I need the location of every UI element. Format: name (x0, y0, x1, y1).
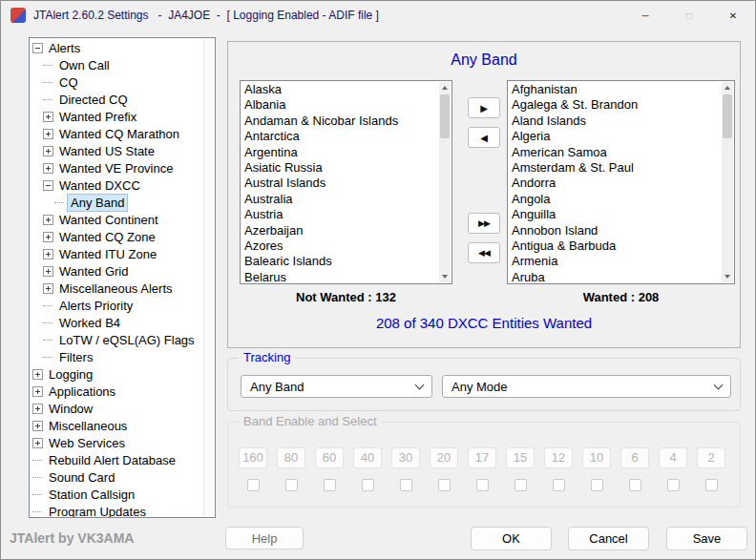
tree-item[interactable]: CQ (30, 73, 203, 91)
tree-item[interactable]: Wanted VE Province (30, 159, 203, 176)
tree-expander-icon[interactable] (32, 507, 43, 517)
list-item[interactable]: Andaman & Nicobar Islands (241, 114, 439, 129)
tree-expander-icon[interactable] (32, 438, 43, 448)
list-item[interactable]: Belarus (241, 270, 439, 282)
minimize-button[interactable]: ─ (623, 1, 667, 30)
list-item[interactable]: Aland Islands (508, 114, 722, 129)
list-item[interactable]: Australia (241, 192, 439, 207)
band-checkbox[interactable] (667, 479, 680, 491)
move-left-button[interactable]: ◀ (468, 127, 500, 148)
list-item[interactable]: Austral Islands (241, 176, 439, 191)
tree-item[interactable]: Filters (30, 348, 203, 365)
tree-item[interactable]: Alerts Priority (30, 297, 203, 314)
tree-item[interactable]: Sound Card (30, 468, 203, 486)
band-checkbox[interactable] (705, 479, 718, 491)
tree-item[interactable]: Wanted Grid (30, 262, 203, 280)
tree-expander-icon[interactable] (43, 266, 53, 277)
tree-expander-icon[interactable] (32, 386, 43, 397)
scroll-thumb[interactable] (723, 94, 732, 138)
tree-item[interactable]: Wanted US State (30, 142, 203, 159)
tree-expander-icon[interactable] (43, 180, 53, 191)
tree-item[interactable]: Directed CQ (30, 91, 203, 108)
scroll-down-icon[interactable] (439, 271, 451, 282)
list-item[interactable]: Balearic Islands (241, 254, 439, 269)
tree-expander-icon[interactable] (43, 283, 53, 294)
list-item[interactable]: Antigua & Barbuda (508, 239, 722, 254)
band-button[interactable]: 20 (430, 447, 458, 468)
wanted-scrollbar[interactable] (722, 82, 733, 282)
tree-expander-icon[interactable] (43, 129, 53, 139)
band-checkbox[interactable] (400, 479, 412, 491)
band-checkbox[interactable] (514, 479, 527, 491)
maximize-button[interactable]: □ (667, 1, 711, 30)
band-button[interactable]: 10 (582, 447, 611, 468)
move-all-left-button[interactable]: ◀◀ (468, 242, 500, 263)
tree-item[interactable]: Applications (30, 383, 203, 400)
band-checkbox[interactable] (285, 479, 298, 491)
tree-expander-icon[interactable] (43, 77, 53, 88)
band-checkbox[interactable] (629, 479, 641, 491)
list-item[interactable]: Andorra (508, 176, 722, 191)
tree-item[interactable]: Wanted CQ Zone (30, 228, 203, 245)
list-item[interactable]: American Samoa (508, 145, 722, 160)
tree-item[interactable]: Wanted Continent (30, 211, 203, 228)
tree-item[interactable]: Wanted ITU Zone (30, 245, 203, 262)
tree-expander-icon[interactable] (43, 352, 53, 363)
list-item[interactable]: Afghanistan (508, 82, 722, 97)
band-button[interactable]: 160 (239, 447, 267, 468)
tree-expander-icon[interactable] (43, 301, 53, 311)
close-button[interactable]: ✕ (711, 1, 755, 30)
list-item[interactable]: Asiatic Russia (241, 160, 439, 176)
tree-expander-icon[interactable] (32, 489, 43, 500)
list-item[interactable]: Amsterdam & St. Paul (508, 160, 722, 176)
band-button[interactable]: 4 (659, 447, 687, 468)
tree-item[interactable]: Alerts (30, 39, 203, 56)
tree-expander-icon[interactable] (32, 455, 43, 466)
band-checkbox[interactable] (591, 479, 603, 491)
band-button[interactable]: 17 (468, 447, 496, 468)
tree-expander-icon[interactable] (43, 146, 53, 156)
tree-item[interactable]: Wanted DXCC (30, 176, 203, 194)
band-button[interactable]: 2 (697, 447, 725, 468)
band-button[interactable]: 60 (315, 447, 344, 468)
tree-expander-icon[interactable] (43, 94, 53, 105)
list-item[interactable]: Antarctica (241, 129, 439, 144)
band-button[interactable]: 40 (353, 447, 382, 468)
band-checkbox[interactable] (438, 479, 451, 491)
tree-item[interactable]: Web Services (30, 434, 203, 451)
tree-item[interactable]: Logging (30, 365, 203, 383)
band-button[interactable]: 15 (506, 447, 535, 468)
band-checkbox[interactable] (553, 479, 565, 491)
list-item[interactable]: Aruba (508, 270, 722, 282)
list-item[interactable]: Azores (241, 239, 439, 254)
band-button[interactable]: 12 (544, 447, 573, 468)
list-item[interactable]: Angola (508, 192, 722, 207)
tracking-mode-select[interactable]: Any Mode (442, 375, 731, 398)
tree-item[interactable]: Rebuild Alert Database (30, 451, 203, 468)
tree-expander-icon[interactable] (54, 197, 65, 208)
band-checkbox[interactable] (247, 479, 260, 491)
tree-expander-icon[interactable] (43, 249, 53, 259)
band-checkbox[interactable] (476, 479, 489, 491)
band-button[interactable]: 80 (277, 447, 305, 468)
list-item[interactable]: Anguilla (508, 207, 722, 222)
list-item[interactable]: Algeria (508, 129, 722, 144)
tree-expander-icon[interactable] (43, 318, 53, 328)
tree-expander-icon[interactable] (43, 232, 53, 242)
tree-item[interactable]: Own Call (30, 56, 203, 73)
tree-expander-icon[interactable] (43, 112, 53, 122)
tree-expander-icon[interactable] (32, 421, 43, 431)
tree-item[interactable]: Miscellaneous Alerts (30, 280, 203, 297)
tree-expander-icon[interactable] (43, 60, 53, 71)
move-right-button[interactable]: ▶ (468, 97, 500, 118)
cancel-button[interactable]: Cancel (568, 527, 649, 550)
list-item[interactable]: Albania (241, 97, 439, 113)
band-button[interactable]: 6 (620, 447, 649, 468)
list-item[interactable]: Azerbaijan (241, 223, 439, 239)
tree-item[interactable]: Wanted Prefix (30, 108, 203, 125)
tree-item[interactable]: Program Updates (30, 503, 203, 517)
list-item[interactable]: Agalega & St. Brandon (508, 97, 722, 113)
tree-item[interactable]: LoTW / eQSL(AG) Flags (30, 331, 203, 348)
scroll-up-icon[interactable] (722, 82, 733, 93)
tree-expander-icon[interactable] (32, 43, 43, 53)
